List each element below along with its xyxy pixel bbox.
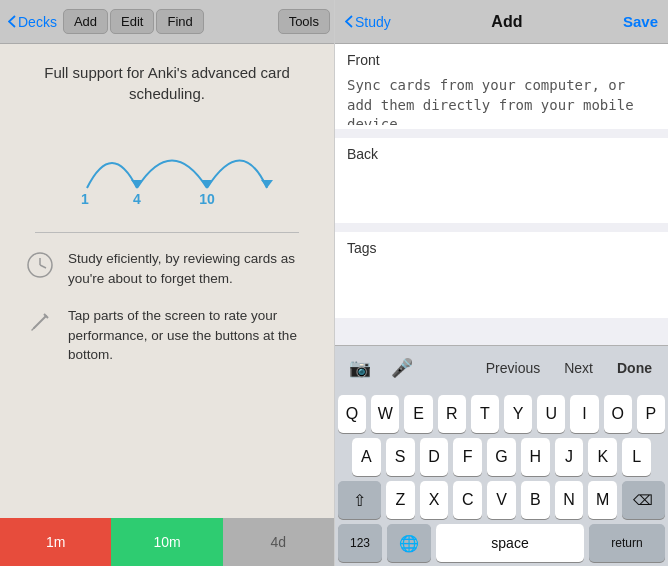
- right-header-title: Add: [491, 13, 522, 31]
- front-label: Front: [335, 44, 668, 70]
- key-e[interactable]: E: [404, 395, 432, 433]
- clock-icon: [24, 249, 56, 281]
- stylus-icon: [24, 306, 56, 338]
- svg-marker-1: [201, 180, 213, 188]
- key-y[interactable]: Y: [504, 395, 532, 433]
- left-content: Full support for Anki's advanced card sc…: [0, 44, 334, 518]
- next-button[interactable]: Next: [558, 356, 599, 380]
- chevron-left-icon-right: [345, 15, 353, 28]
- key-k[interactable]: K: [588, 438, 617, 476]
- delete-key[interactable]: ⌫: [622, 481, 665, 519]
- again-button[interactable]: 1m: [0, 518, 111, 566]
- svg-marker-0: [131, 180, 143, 188]
- back-section: Back: [335, 138, 668, 223]
- divider: [35, 232, 300, 233]
- tools-button[interactable]: Tools: [278, 9, 330, 34]
- svg-text:4: 4: [133, 191, 141, 207]
- form-divider-1: [335, 130, 668, 138]
- feature-item-tap: Tap parts of the screen to rate your per…: [24, 306, 310, 365]
- keyboard-row-4: 123 🌐 space return: [338, 524, 665, 562]
- right-header: Study Add Save: [335, 0, 668, 44]
- svg-text:days: days: [196, 207, 217, 208]
- key-h[interactable]: H: [521, 438, 550, 476]
- form-divider-2: [335, 224, 668, 232]
- save-button[interactable]: Save: [623, 13, 658, 30]
- front-section: Front: [335, 44, 668, 129]
- svg-text:days: days: [126, 207, 147, 208]
- key-p[interactable]: P: [637, 395, 665, 433]
- left-panel: Decks Add Edit Find Tools Full support f…: [0, 0, 334, 566]
- key-c[interactable]: C: [453, 481, 482, 519]
- good-button[interactable]: 10m: [111, 518, 222, 566]
- study-back-button[interactable]: Study: [345, 14, 391, 30]
- camera-icon[interactable]: 📷: [345, 353, 375, 383]
- key-i[interactable]: I: [570, 395, 598, 433]
- tags-input[interactable]: [335, 258, 668, 313]
- chevron-left-icon: [8, 15, 16, 28]
- keyboard-row-1: Q W E R T Y U I O P: [338, 395, 665, 433]
- find-button[interactable]: Find: [156, 9, 203, 34]
- key-r[interactable]: R: [438, 395, 466, 433]
- key-l[interactable]: L: [622, 438, 651, 476]
- right-form: Front Back Tags: [335, 44, 668, 345]
- key-o[interactable]: O: [604, 395, 632, 433]
- left-header: Decks Add Edit Find Tools: [0, 0, 334, 44]
- globe-key[interactable]: 🌐: [387, 524, 431, 562]
- feature-text-tap: Tap parts of the screen to rate your per…: [68, 306, 310, 365]
- svg-text:1: 1: [81, 191, 89, 207]
- done-button[interactable]: Done: [611, 356, 658, 380]
- key-m[interactable]: M: [588, 481, 617, 519]
- key-w[interactable]: W: [371, 395, 399, 433]
- right-panel: Study Add Save Front Back Tags 📷 🎤 Previ…: [334, 0, 668, 566]
- key-d[interactable]: D: [420, 438, 449, 476]
- keyboard-row-3: ⇧ Z X C V B N M ⌫: [338, 481, 665, 519]
- space-key[interactable]: space: [436, 524, 584, 562]
- left-nav-buttons: Decks Add Edit Find: [4, 9, 204, 34]
- feature-item-study: Study eficiently, by reviewing cards as …: [24, 249, 310, 288]
- key-g[interactable]: G: [487, 438, 516, 476]
- key-u[interactable]: U: [537, 395, 565, 433]
- edit-button[interactable]: Edit: [110, 9, 154, 34]
- back-label: Back: [335, 138, 668, 164]
- numbers-key[interactable]: 123: [338, 524, 382, 562]
- schedule-visual: 1 day 4 days 10 days: [20, 128, 314, 208]
- key-q[interactable]: Q: [338, 395, 366, 433]
- microphone-icon[interactable]: 🎤: [387, 353, 417, 383]
- key-s[interactable]: S: [386, 438, 415, 476]
- svg-line-12: [34, 316, 46, 328]
- key-n[interactable]: N: [555, 481, 584, 519]
- svg-line-14: [32, 328, 34, 330]
- keyboard-row-2: A S D F G H J K L: [338, 438, 665, 476]
- svg-text:10: 10: [199, 191, 215, 207]
- feature-list: Study eficiently, by reviewing cards as …: [20, 249, 314, 365]
- key-b[interactable]: B: [521, 481, 550, 519]
- add-button[interactable]: Add: [63, 9, 108, 34]
- svg-marker-2: [261, 180, 273, 188]
- schedule-diagram: 1 day 4 days 10 days: [57, 128, 277, 208]
- back-input[interactable]: [335, 164, 668, 219]
- feature-text-study: Study eficiently, by reviewing cards as …: [68, 249, 310, 288]
- keyboard: Q W E R T Y U I O P A S D F G H J K L ⇧ …: [335, 389, 668, 566]
- decks-back-button[interactable]: Decks: [4, 10, 61, 34]
- key-t[interactable]: T: [471, 395, 499, 433]
- key-a[interactable]: A: [352, 438, 381, 476]
- right-back-label: Study: [355, 14, 391, 30]
- key-x[interactable]: X: [420, 481, 449, 519]
- tags-section: Tags: [335, 232, 668, 317]
- key-v[interactable]: V: [487, 481, 516, 519]
- shift-key[interactable]: ⇧: [338, 481, 381, 519]
- back-label: Decks: [18, 14, 57, 30]
- key-f[interactable]: F: [453, 438, 482, 476]
- easy-button[interactable]: 4d: [223, 518, 334, 566]
- return-key[interactable]: return: [589, 524, 665, 562]
- tags-label: Tags: [335, 232, 668, 258]
- keyboard-toolbar: 📷 🎤 Previous Next Done: [335, 345, 668, 389]
- intro-text: Full support for Anki's advanced card sc…: [20, 62, 314, 104]
- key-z[interactable]: Z: [386, 481, 415, 519]
- previous-button[interactable]: Previous: [480, 356, 546, 380]
- svg-text:day: day: [77, 207, 93, 208]
- svg-line-11: [40, 265, 46, 268]
- key-j[interactable]: J: [555, 438, 584, 476]
- left-footer: 1m 10m 4d: [0, 518, 334, 566]
- front-input[interactable]: [335, 70, 668, 125]
